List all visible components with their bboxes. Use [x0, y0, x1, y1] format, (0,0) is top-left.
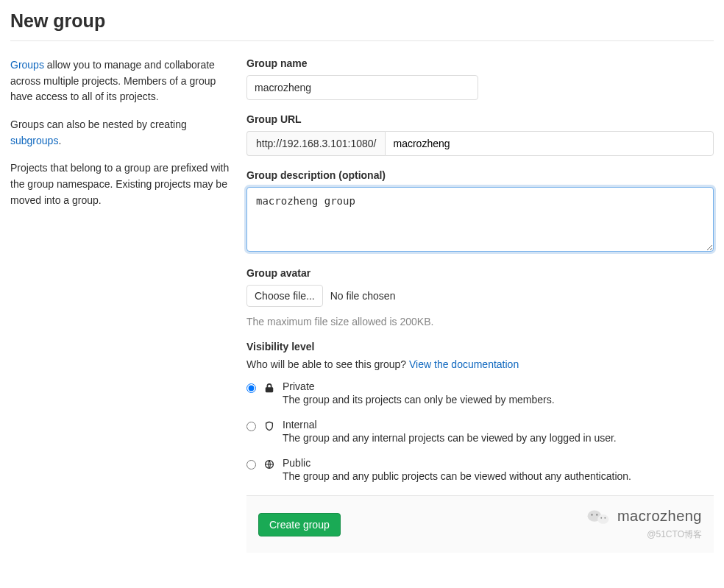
globe-icon — [263, 458, 275, 470]
group-name-label: Group name — [246, 57, 714, 69]
svg-point-4 — [597, 514, 598, 515]
sidebar-paragraph: Projects that belong to a group are pref… — [10, 160, 235, 208]
subgroups-link[interactable]: subgroups — [10, 135, 58, 146]
visibility-help-text: Who will be able to see this group? View… — [246, 358, 714, 370]
sidebar-text: Groups can also be nested by creating — [10, 118, 187, 130]
shield-icon — [263, 420, 275, 432]
group-description-input[interactable] — [246, 187, 714, 252]
group-name-input[interactable] — [246, 75, 478, 100]
create-group-button[interactable]: Create group — [258, 513, 341, 536]
visibility-option-internal[interactable]: Internal The group and any internal proj… — [246, 419, 714, 444]
group-avatar-label: Group avatar — [246, 267, 714, 279]
group-description-label: Group description (optional) — [246, 169, 714, 181]
visibility-title: Public — [283, 457, 714, 469]
choose-file-button[interactable]: Choose file... — [246, 285, 323, 307]
lock-icon — [263, 382, 275, 394]
group-url-input[interactable] — [385, 131, 714, 156]
visibility-option-private[interactable]: Private The group and its projects can o… — [246, 380, 714, 405]
watermark-name: macrozheng — [617, 508, 702, 524]
divider — [10, 40, 714, 41]
groups-link[interactable]: Groups — [10, 59, 44, 71]
file-size-hint: The maximum file size allowed is 200KB. — [246, 316, 714, 327]
svg-point-2 — [598, 514, 609, 524]
page-title: New group — [10, 10, 714, 32]
wechat-icon — [586, 508, 611, 528]
visibility-desc: The group and any internal projects can … — [283, 432, 714, 444]
visibility-help-prefix: Who will be able to see this group? — [246, 358, 409, 370]
sidebar-paragraph: Groups allow you to manage and collabora… — [10, 57, 235, 105]
visibility-radio-private[interactable] — [246, 383, 256, 393]
group-url-prefix: http://192.168.3.101:1080/ — [246, 131, 385, 156]
visibility-level-label: Visibility level — [246, 341, 714, 353]
group-url-label: Group URL — [246, 113, 714, 125]
no-file-chosen-text: No file chosen — [330, 290, 396, 302]
visibility-option-public[interactable]: Public The group and any public projects… — [246, 457, 714, 482]
visibility-desc: The group and any public projects can be… — [283, 470, 714, 482]
svg-point-6 — [605, 517, 606, 519]
visibility-title: Internal — [283, 419, 714, 431]
sidebar-text: . — [58, 135, 61, 146]
sidebar-paragraph: Groups can also be nested by creating su… — [10, 117, 235, 149]
main-form: Group name Group URL http://192.168.3.10… — [246, 57, 714, 553]
sidebar: Groups allow you to manage and collabora… — [10, 57, 235, 553]
form-footer: Create group macrozheng @51CTO博客 — [246, 495, 714, 553]
visibility-radio-public[interactable] — [246, 460, 256, 470]
visibility-desc: The group and its projects can only be v… — [283, 394, 714, 405]
visibility-doc-link[interactable]: View the documentation — [409, 358, 519, 370]
svg-point-3 — [592, 514, 593, 515]
visibility-radio-internal[interactable] — [246, 422, 256, 431]
svg-point-5 — [601, 517, 603, 519]
watermark-source: @51CTO博客 — [586, 528, 702, 541]
watermark: macrozheng @51CTO博客 — [586, 508, 702, 541]
visibility-title: Private — [283, 380, 714, 392]
